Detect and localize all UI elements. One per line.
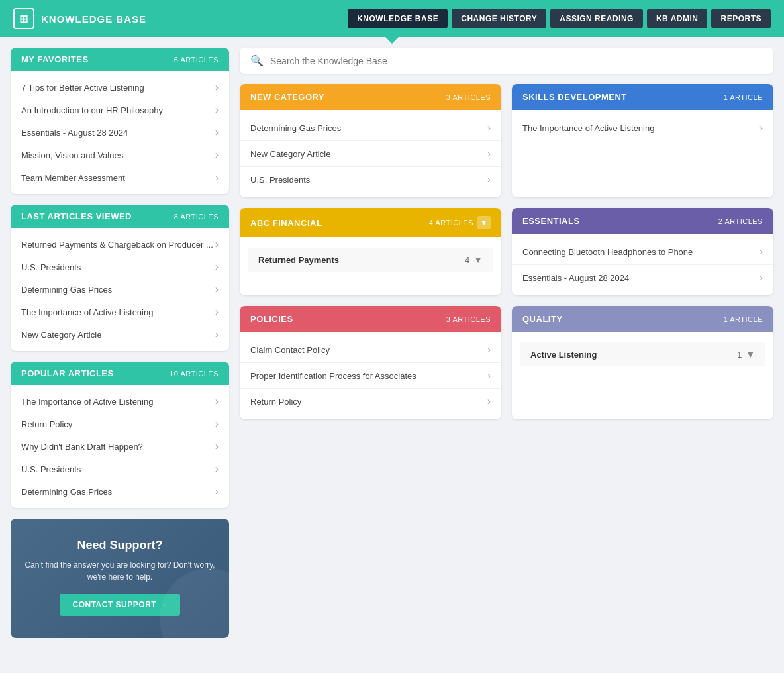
policies-body: Claim Contact Policy › Proper Identifica… <box>240 332 501 419</box>
last-viewed-card: LAST ARTICLES VIEWED 8 ARTICLES Returned… <box>11 205 229 351</box>
content-grid: NEW CATEGORY 3 ARTICLES Determining Gas … <box>240 84 773 419</box>
arrow-icon: › <box>215 329 219 340</box>
list-item[interactable]: Essentials - August 28 2024 › <box>512 265 773 290</box>
popular-card: POPULAR ARTICLES 10 ARTICLES The Importa… <box>11 362 229 508</box>
list-item[interactable]: 7 Tips for Better Active Listening › <box>11 76 229 99</box>
nav-assign-reading[interactable]: ASSIGN READING <box>550 9 643 28</box>
last-viewed-count: 8 ARTICLES <box>174 213 219 221</box>
abc-financial-card: ABC FINANCIAL 4 ARTICLES ▼ Returned Paym… <box>240 208 501 295</box>
subcat-count: 4 ▼ <box>465 254 483 265</box>
arrow-icon: › <box>215 463 219 475</box>
nav-change-history[interactable]: CHANGE HISTORY <box>452 9 546 28</box>
list-item[interactable]: Proper Identification Process for Associ… <box>240 363 501 389</box>
list-item[interactable]: An Introduction to our HR Philosophy › <box>11 99 229 121</box>
arrow-icon: › <box>215 127 219 138</box>
nav-knowledge-base[interactable]: KNOWLEDGE BASE <box>348 9 448 28</box>
favorites-header: MY FAVORITES 6 ARTICLES <box>11 48 229 71</box>
policies-header: POLICIES 3 ARTICLES <box>240 306 501 332</box>
quality-subcat-count: 1 ▼ <box>737 349 755 360</box>
skills-count: 1 ARTICLE <box>724 93 763 101</box>
arrow-icon: › <box>215 149 219 161</box>
skills-title: SKILLS DEVELOPMENT <box>522 92 627 102</box>
list-item[interactable]: U.S. Presidents › <box>240 167 501 192</box>
expand-icon[interactable]: ▼ <box>477 216 491 229</box>
arrow-icon: › <box>487 148 491 160</box>
list-item[interactable]: Team Member Assessment › <box>11 166 229 189</box>
arrow-icon: › <box>215 306 219 318</box>
new-category-header: NEW CATEGORY 3 ARTICLES <box>240 84 501 110</box>
arrow-icon: › <box>215 172 219 183</box>
expand-quality-icon[interactable]: ▼ <box>746 349 755 360</box>
favorites-count: 6 ARTICLES <box>174 56 219 64</box>
favorites-card: MY FAVORITES 6 ARTICLES 7 Tips for Bette… <box>11 48 229 194</box>
quality-title: QUALITY <box>522 314 563 324</box>
list-item[interactable]: Essentials - August 28 2024 › <box>11 121 229 144</box>
essentials-header: ESSENTIALS 2 ARTICLES <box>512 208 773 234</box>
abc-financial-title: ABC FINANCIAL <box>250 218 322 228</box>
search-icon: 🔍 <box>250 54 264 67</box>
abc-financial-count: 4 ARTICLES ▼ <box>429 216 491 229</box>
arrow-icon: › <box>215 395 219 407</box>
list-item[interactable]: Mission, Vision and Values › <box>11 144 229 166</box>
support-text: Can't find the answer you are looking fo… <box>24 559 216 583</box>
list-item[interactable]: New Category Article › <box>11 323 229 346</box>
abc-financial-header: ABC FINANCIAL 4 ARTICLES ▼ <box>240 208 501 237</box>
nav-reports[interactable]: REPORTS <box>711 9 771 28</box>
list-item[interactable]: The Importance of Active Listening › <box>512 115 773 140</box>
arrow-icon: › <box>215 261 219 273</box>
header-nav: KNOWLEDGE BASE CHANGE HISTORY ASSIGN REA… <box>348 9 771 28</box>
arrow-icon: › <box>487 122 491 134</box>
list-item[interactable]: Determining Gas Prices › <box>11 278 229 301</box>
arrow-icon: › <box>487 395 491 407</box>
last-viewed-body: Returned Payments & Chargeback on Produc… <box>11 228 229 351</box>
list-item[interactable]: New Category Article › <box>240 141 501 167</box>
arrow-icon: › <box>487 370 491 382</box>
skills-body: The Importance of Active Listening › <box>512 110 773 146</box>
search-input[interactable] <box>270 56 763 66</box>
policies-title: POLICIES <box>250 314 293 324</box>
arrow-icon: › <box>487 344 491 356</box>
skills-header: SKILLS DEVELOPMENT 1 ARTICLE <box>512 84 773 110</box>
list-item[interactable]: The Importance of Active Listening › <box>11 390 229 413</box>
list-item[interactable]: Determining Gas Prices › <box>240 115 501 141</box>
search-bar: 🔍 <box>240 48 773 74</box>
skills-development-card: SKILLS DEVELOPMENT 1 ARTICLE The Importa… <box>512 84 773 197</box>
list-item[interactable]: Claim Contact Policy › <box>240 337 501 363</box>
list-item[interactable]: The Importance of Active Listening › <box>11 301 229 323</box>
new-category-count: 3 ARTICLES <box>446 93 491 101</box>
nav-kb-admin[interactable]: KB ADMIN <box>647 9 708 28</box>
last-viewed-header: LAST ARTICLES VIEWED 8 ARTICLES <box>11 205 229 228</box>
list-item[interactable]: Connecting Bluetooth Headphones to Phone… <box>512 239 773 265</box>
popular-body: The Importance of Active Listening › Ret… <box>11 385 229 508</box>
popular-title: POPULAR ARTICLES <box>21 368 114 378</box>
list-item[interactable]: U.S. Presidents › <box>11 256 229 278</box>
abc-financial-body: Returned Payments 4 ▼ <box>240 237 501 282</box>
main-content: 🔍 NEW CATEGORY 3 ARTICLES Determining Ga… <box>240 48 773 638</box>
quality-card: QUALITY 1 ARTICLE Active Listening 1 ▼ <box>512 306 773 419</box>
arrow-icon: › <box>215 81 219 93</box>
essentials-body: Connecting Bluetooth Headphones to Phone… <box>512 234 773 295</box>
contact-support-button[interactable]: CONTACT SUPPORT → <box>60 594 181 616</box>
expand-subcat-icon[interactable]: ▼ <box>473 254 483 265</box>
favorites-body: 7 Tips for Better Active Listening › An … <box>11 71 229 194</box>
list-item[interactable]: Why Didn't Bank Draft Happen? › <box>11 435 229 458</box>
new-category-title: NEW CATEGORY <box>250 92 324 102</box>
arrow-icon: › <box>215 104 219 116</box>
quality-count: 1 ARTICLE <box>724 315 763 323</box>
list-item[interactable]: Returned Payments & Chargeback on Produc… <box>11 233 229 256</box>
header: ⊞ KNOWLEDGE BASE KNOWLEDGE BASE CHANGE H… <box>0 0 784 37</box>
quality-item[interactable]: Active Listening 1 ▼ <box>520 342 765 366</box>
list-item[interactable]: U.S. Presidents › <box>11 458 229 480</box>
logo: ⊞ KNOWLEDGE BASE <box>13 8 146 29</box>
new-category-body: Determining Gas Prices › New Category Ar… <box>240 110 501 197</box>
logo-icon: ⊞ <box>13 8 34 29</box>
arrow-icon: › <box>215 440 219 452</box>
essentials-title: ESSENTIALS <box>522 216 580 226</box>
new-category-card: NEW CATEGORY 3 ARTICLES Determining Gas … <box>240 84 501 197</box>
arrow-icon: › <box>215 486 219 497</box>
list-item[interactable]: Determining Gas Prices › <box>11 480 229 503</box>
arrow-icon: › <box>215 418 219 430</box>
subcategory-item[interactable]: Returned Payments 4 ▼ <box>248 248 493 272</box>
list-item[interactable]: Return Policy › <box>11 413 229 435</box>
list-item[interactable]: Return Policy › <box>240 389 501 414</box>
